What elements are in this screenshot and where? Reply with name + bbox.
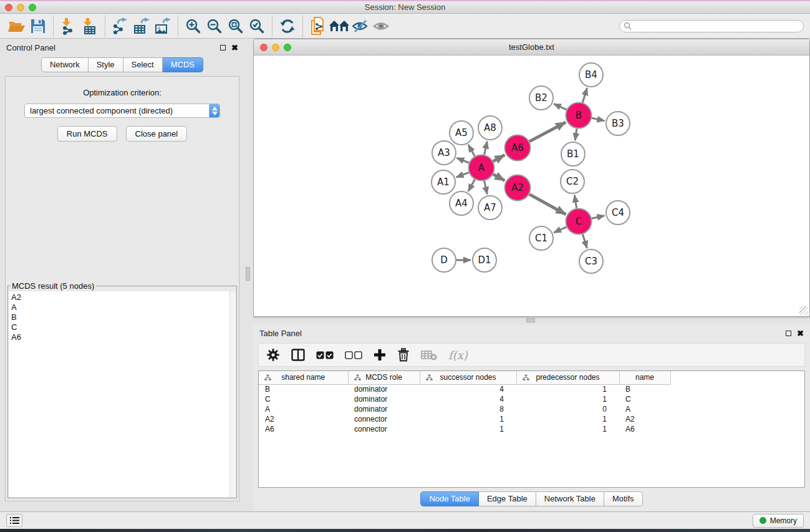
graph-node-B[interactable]: B [566,103,592,128]
graph-node-A3[interactable]: A3 [432,141,456,165]
table-cell[interactable]: 1 [516,424,619,434]
table-cell[interactable]: 1 [420,414,516,424]
graph-node-B3[interactable]: B3 [606,112,630,135]
column-header-name[interactable]: name [619,371,670,384]
import-table-button[interactable] [79,16,100,37]
import-network-button[interactable] [58,16,79,37]
table-row[interactable]: A2connector11A2 [259,414,670,424]
tab-edge-table[interactable]: Edge Table [479,491,536,506]
graph-edge-A-A8[interactable] [485,142,488,155]
graph-node-B4[interactable]: B4 [579,63,603,87]
graph-edge-A-A1[interactable] [456,173,469,178]
graph-edge-A2-C[interactable] [529,194,566,214]
table-cell[interactable]: 4 [420,384,516,394]
table-cell[interactable]: 4 [420,394,516,404]
tab-motifs[interactable]: Motifs [604,491,643,506]
table-cell[interactable]: A [619,404,670,414]
mcds-result-item[interactable]: C [11,322,229,332]
network-minimize-button[interactable] [272,44,279,51]
zoom-selected-button[interactable] [246,16,268,37]
graph-node-C3[interactable]: C3 [579,249,603,273]
mcds-result-item[interactable]: A6 [11,332,229,342]
graph-edge-A6-B[interactable] [529,122,566,142]
run-mcds-button[interactable]: Run MCDS [57,126,117,142]
search-input[interactable] [634,22,799,31]
divider-grabber[interactable] [246,267,250,281]
table-cell[interactable]: dominator [348,404,420,414]
table-cell[interactable]: A6 [619,424,670,434]
zoom-out-button[interactable] [204,16,225,37]
graph-edge-C-C4[interactable] [592,216,605,219]
minimize-window-button[interactable] [17,4,24,11]
table-cell[interactable]: 8 [420,404,516,414]
close-window-button[interactable] [5,4,12,11]
graph-node-A8[interactable]: A8 [478,116,502,140]
tab-mcds[interactable]: MCDS [163,57,203,72]
table-cell[interactable]: C [619,394,670,404]
graph-edge-B-B2[interactable] [554,104,567,110]
table-row[interactable]: A6connector11A6 [259,424,670,434]
window-resize-grip[interactable] [799,306,808,315]
tab-select[interactable]: Select [123,57,163,72]
graph-edge-C-C3[interactable] [582,235,587,249]
network-window-titlebar[interactable]: testGlobe.txt [254,39,809,56]
graph-node-A6[interactable]: A6 [505,135,531,161]
graph-edge-A-A5[interactable] [468,145,475,156]
hide-graphics-button[interactable] [350,16,371,37]
table-cell[interactable]: 1 [516,394,619,404]
graph-node-A4[interactable]: A4 [450,191,473,215]
function-builder-button[interactable]: f(x) [448,346,468,364]
table-cell[interactable]: 1 [516,414,619,424]
graph-node-D1[interactable]: D1 [473,248,496,272]
graph-edge-B-B1[interactable] [575,128,577,140]
save-session-button[interactable] [27,16,49,37]
graph-node-C1[interactable]: C1 [529,226,553,250]
table-cell[interactable]: A2 [259,414,348,424]
graph-edge-C-C1[interactable] [554,227,566,233]
graph-edge-A-A2[interactable] [493,174,505,180]
graph-node-C2[interactable]: C2 [561,170,584,193]
table-settings-button[interactable] [266,346,280,364]
divider-grabber[interactable] [526,318,535,322]
table-row[interactable]: Cdominator41C [259,394,670,404]
network-close-button[interactable] [260,44,268,51]
close-panel-button[interactable]: Close panel [126,126,188,142]
export-table-button[interactable] [131,16,152,37]
network-canvas[interactable]: B4B2BB3A8A5A6A3B1AA1C2A2A4A7C4CC1DD1C3 [254,56,809,316]
graph-edge-B-B3[interactable] [592,118,604,120]
table-cell[interactable]: dominator [348,394,420,404]
graph-node-C4[interactable]: C4 [606,201,630,225]
table-cell[interactable]: A [259,404,348,414]
tab-style[interactable]: Style [89,57,123,72]
table-cell[interactable]: C [259,394,348,404]
tab-network[interactable]: Network [41,57,89,72]
table-cell[interactable]: 1 [420,424,516,434]
memory-button[interactable]: Memory [753,514,804,528]
column-header-mcds-role[interactable]: MCDS role [348,371,420,384]
vertical-split-divider[interactable] [244,39,253,511]
close-panel-icon[interactable]: ✖ [231,44,238,52]
table-cell[interactable]: dominator [348,384,420,394]
search-field[interactable] [619,20,804,32]
show-graphics-button[interactable] [371,16,392,37]
zoom-in-button[interactable] [183,16,204,37]
graph-edge-B-B4[interactable] [582,88,587,103]
graph-edge-C-C2[interactable] [574,195,576,208]
mcds-result-item[interactable]: A [11,302,229,312]
column-header-predecessor-nodes[interactable]: predecessor nodes [516,371,619,384]
graph-node-A2[interactable]: A2 [505,175,531,201]
table-cell[interactable]: A2 [619,414,670,424]
column-header-shared-name[interactable]: shared name [259,371,348,384]
optimization-criterion-select[interactable]: largest connected component (directed) [24,104,220,118]
horizontal-split-divider[interactable] [253,317,810,324]
mcds-list-scrollbar[interactable] [229,291,236,497]
show-column-panel-button[interactable] [291,346,305,364]
table-cell[interactable]: connector [348,414,420,424]
table-cell[interactable]: connector [348,424,420,434]
graph-node-A5[interactable]: A5 [450,121,473,145]
clone-network-button[interactable] [307,16,329,37]
graph-node-D[interactable]: D [432,248,456,272]
create-column-button[interactable] [374,346,386,364]
tab-network-table[interactable]: Network Table [536,491,604,506]
graph-node-B2[interactable]: B2 [529,86,553,110]
